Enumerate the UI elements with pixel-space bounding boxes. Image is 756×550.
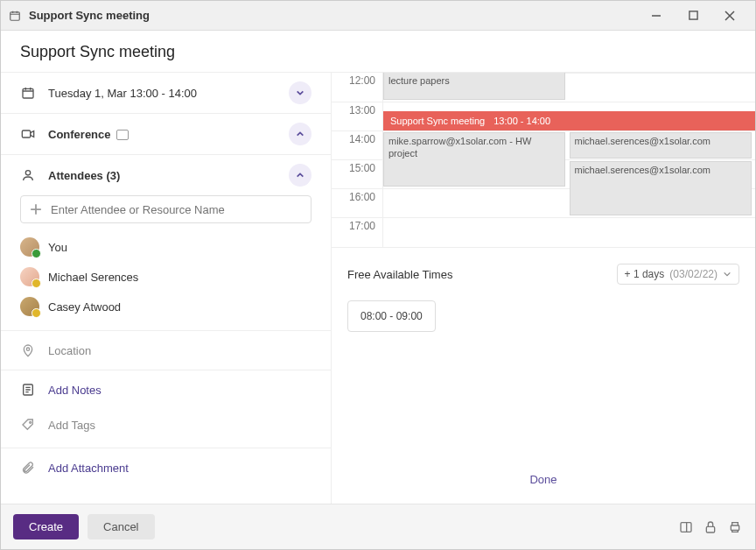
svg-point-7 <box>30 421 32 423</box>
svg-rect-9 <box>706 526 714 532</box>
attendees-label: Attendees (3) <box>48 169 276 182</box>
schedule-block[interactable]: lecture papers <box>383 73 565 100</box>
chevron-down-icon <box>723 270 732 279</box>
chevron-down-icon[interactable] <box>289 81 312 104</box>
schedule-preview: 12:00 13:00 14:00 15:00 16:00 17:00 <box>332 73 755 248</box>
schedule-block[interactable]: mike.sparrow@x1solar.com - HW project <box>383 132 565 187</box>
time-label: 17:00 <box>332 217 382 246</box>
svg-rect-10 <box>731 525 738 530</box>
attachment-label: Add Attachment <box>48 462 312 475</box>
tag-icon <box>20 417 36 433</box>
time-label: 13:00 <box>332 102 382 130</box>
tags-label: Add Tags <box>48 419 312 432</box>
attendee-name: Casey Atwood <box>48 300 121 314</box>
close-button[interactable] <box>711 3 748 29</box>
tags-row[interactable]: Add Tags <box>1 409 331 448</box>
conference-badge-icon <box>116 130 129 140</box>
time-label: 14:00 <box>332 130 382 159</box>
attachment-row[interactable]: Add Attachment <box>1 448 331 487</box>
notes-label: Add Notes <box>48 384 312 397</box>
plus-icon <box>28 201 44 217</box>
time-label: 12:00 <box>332 73 382 102</box>
attendees-header[interactable]: Attendees (3) <box>1 155 331 195</box>
attendee-item[interactable]: Casey Atwood <box>20 292 312 321</box>
time-label: 15:00 <box>332 159 382 188</box>
person-icon <box>20 167 36 183</box>
video-icon <box>20 126 36 142</box>
schedule-block-highlight[interactable]: Support Sync meeting 13:00 - 14:00 <box>383 111 755 130</box>
titlebar: Support Sync meeting <box>1 1 755 31</box>
svg-point-4 <box>25 171 30 175</box>
conference-label: Conference <box>48 128 276 141</box>
attendee-item[interactable]: You <box>20 232 312 262</box>
maximize-button[interactable] <box>675 3 711 29</box>
svg-rect-2 <box>23 88 33 98</box>
attendee-name: You <box>48 241 67 254</box>
chevron-up-icon[interactable] <box>289 123 312 145</box>
lock-icon[interactable] <box>703 519 718 535</box>
location-label: Location <box>48 344 312 357</box>
location-icon <box>20 342 36 358</box>
calendar-icon <box>8 9 22 23</box>
time-label: 16:00 <box>332 188 382 217</box>
panel-icon[interactable] <box>678 519 694 535</box>
print-icon[interactable] <box>727 519 743 535</box>
done-link[interactable]: Done <box>529 473 556 486</box>
datetime-row[interactable]: Tuesday 1, Mar 13:00 - 14:00 <box>1 73 331 113</box>
svg-rect-3 <box>22 130 30 138</box>
svg-rect-0 <box>10 11 20 19</box>
page-title: Support Sync meeting <box>1 31 755 72</box>
conference-row[interactable]: Conference <box>1 114 331 154</box>
attendee-input[interactable] <box>51 203 304 216</box>
schedule-block[interactable]: michael.serences@x1solar.com <box>570 161 752 215</box>
schedule-block[interactable]: michael.serences@x1solar.com <box>570 132 752 159</box>
avatar <box>20 267 39 286</box>
attendee-name: Michael Serences <box>48 271 138 284</box>
day-offset-picker[interactable]: + 1 days (03/02/22) <box>617 264 739 285</box>
time-slot[interactable]: 08:00 - 09:00 <box>347 300 436 332</box>
cancel-button[interactable]: Cancel <box>88 514 154 539</box>
window-title: Support Sync meeting <box>29 9 638 22</box>
avatar <box>20 297 39 316</box>
calendar-icon <box>20 85 36 101</box>
location-row[interactable]: Location <box>1 331 331 370</box>
minimize-button[interactable] <box>638 3 675 29</box>
attendee-input-wrap[interactable] <box>20 195 312 223</box>
svg-point-5 <box>26 348 29 350</box>
avatar <box>20 237 39 257</box>
svg-rect-1 <box>689 11 696 19</box>
create-button[interactable]: Create <box>13 514 79 539</box>
chevron-up-icon[interactable] <box>289 164 312 187</box>
paperclip-icon <box>20 460 36 476</box>
datetime-label: Tuesday 1, Mar 13:00 - 14:00 <box>48 87 276 100</box>
notes-row[interactable]: Add Notes <box>1 370 331 409</box>
notes-icon <box>20 382 36 398</box>
attendee-item[interactable]: Michael Serences <box>20 262 312 292</box>
free-times-label: Free Available Times <box>347 268 452 281</box>
